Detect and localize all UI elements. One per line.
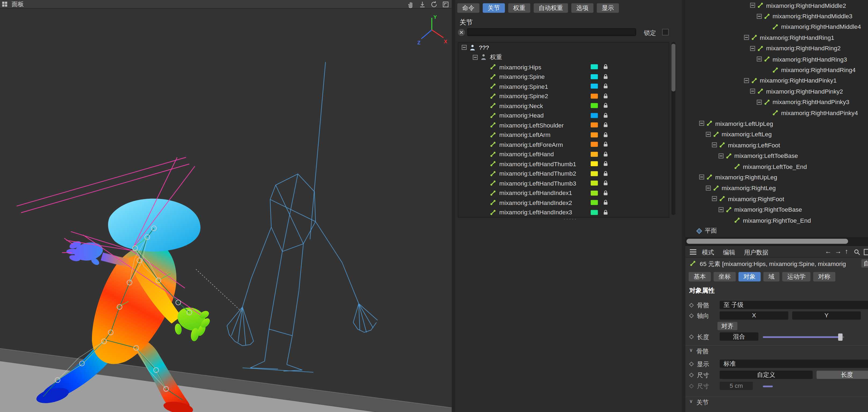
expander-icon[interactable] (705, 132, 711, 137)
joint-color-swatch[interactable] (591, 190, 598, 196)
joint-row[interactable]: mixamorig:LeftHand (459, 149, 669, 159)
hamburger-menu-icon[interactable] (690, 249, 696, 256)
object-row[interactable]: mixamorig:RightHandPinky4 (685, 107, 868, 118)
object-row[interactable]: mixamorig:RightHandRing4 (685, 64, 868, 75)
axis-y-option[interactable]: Y (792, 312, 861, 320)
search-icon[interactable] (854, 249, 861, 257)
key-diamond-icon[interactable] (689, 362, 693, 366)
display-dropdown[interactable]: 标准 (720, 359, 868, 368)
weight-tool-tab-4[interactable]: 选项 (571, 3, 593, 12)
joint-row[interactable]: mixamorig:Hips (459, 62, 669, 72)
joint-row[interactable]: mixamorig:LeftHandThumb3 (459, 178, 669, 188)
joint-color-swatch[interactable] (591, 151, 598, 156)
lock-icon[interactable] (603, 93, 609, 99)
tree-row-weight-tag[interactable]: 权重 (459, 53, 669, 62)
axis-x-option[interactable]: X (720, 312, 788, 320)
object-row[interactable]: mixamorig:RightHandRing2 (685, 43, 868, 54)
lock-icon[interactable] (603, 190, 609, 196)
key-diamond-icon[interactable] (689, 373, 693, 377)
panel-splitter-left[interactable] (452, 0, 455, 412)
lock-icon[interactable] (603, 151, 609, 157)
panel-splitter-right[interactable] (682, 0, 685, 412)
expander-icon[interactable] (718, 153, 723, 158)
joint-search-input[interactable] (467, 28, 636, 36)
dolly-zoom-icon[interactable] (418, 1, 426, 8)
expander-icon[interactable] (750, 46, 755, 51)
expander-icon[interactable] (462, 45, 467, 50)
expander-icon[interactable] (712, 196, 717, 201)
joint-color-swatch[interactable] (591, 122, 598, 127)
object-row[interactable]: 平面 (685, 226, 868, 236)
object-row[interactable]: mixamorig:LeftLeg (685, 129, 868, 140)
lock-icon[interactable] (603, 73, 609, 80)
history-forward-icon[interactable]: → (835, 248, 841, 256)
expander-icon[interactable] (705, 185, 711, 191)
joint-color-swatch[interactable] (591, 161, 598, 166)
joint-row[interactable]: mixamorig:LeftShoulder (459, 120, 669, 130)
length-value-field[interactable]: 混合 (720, 332, 758, 341)
rotate-view-icon[interactable] (430, 1, 438, 8)
joint-color-swatch[interactable] (591, 200, 598, 205)
expander-icon[interactable] (699, 121, 704, 126)
joint-row[interactable]: mixamorig:LeftHandIndex3 (459, 207, 669, 217)
weight-tool-tab-3[interactable]: 自动权重 (534, 3, 568, 12)
joint-row[interactable]: mixamorig:Spine (459, 72, 669, 82)
expander-icon[interactable] (756, 57, 762, 62)
key-diamond-icon[interactable] (689, 384, 693, 388)
object-row[interactable]: mixamorig:RightHandMiddle2 (685, 0, 868, 11)
joint-row[interactable]: mixamorig:LeftHandIndex2 (459, 198, 669, 207)
joint-row[interactable]: mixamorig:Spine1 (459, 82, 669, 91)
pan-hand-icon[interactable] (407, 1, 415, 8)
joint-row[interactable]: mixamorig:LeftArm (459, 130, 669, 140)
object-row[interactable]: mixamorig:LeftToeBase (685, 150, 868, 161)
expander-icon[interactable] (744, 35, 749, 40)
object-row[interactable]: mixamorig:RightFoot (685, 194, 868, 204)
weight-tool-tab-2[interactable]: 权重 (508, 3, 530, 12)
tree-row-root[interactable]: ??? (459, 43, 669, 53)
attribute-manager-tab-1[interactable]: 坐标 (713, 272, 736, 281)
panel-grid-icon[interactable] (2, 1, 8, 7)
lock-icon[interactable] (603, 180, 609, 186)
key-diamond-icon[interactable] (689, 313, 693, 318)
object-row[interactable]: mixamorig:LeftFoot (685, 140, 868, 150)
object-row[interactable]: mixamorig:LeftToe_End (685, 161, 868, 172)
expander-icon[interactable] (756, 14, 762, 19)
joint-color-swatch[interactable] (591, 74, 598, 79)
weight-tool-tab-5[interactable]: 显示 (597, 3, 619, 12)
align-button[interactable]: 对齐 (717, 322, 737, 330)
hscrollbar-thumb[interactable] (686, 239, 848, 244)
attribute-manager-tab-2[interactable]: 对象 (739, 272, 761, 281)
lock-icon[interactable] (603, 209, 609, 215)
joint-color-swatch[interactable] (591, 171, 598, 176)
panel-resize-handle[interactable]: ····· (563, 216, 578, 222)
attribute-manager-tab-4[interactable]: 运动学 (782, 272, 810, 281)
lock-icon[interactable] (603, 122, 609, 128)
object-manager-hscrollbar[interactable] (685, 237, 868, 245)
maximize-view-icon[interactable] (442, 1, 450, 8)
joint-color-swatch[interactable] (591, 142, 598, 147)
size-mode-dropdown[interactable]: 自定义 (720, 371, 813, 379)
length-slider-handle[interactable] (838, 333, 842, 341)
joint-color-swatch[interactable] (591, 181, 598, 186)
joint-row[interactable]: mixamorig:LeftHandThumb1 (459, 159, 669, 169)
object-row[interactable]: mixamorig:RightUpLeg (685, 172, 868, 183)
custom-corner-button[interactable]: 自定义 (861, 259, 868, 268)
joint-list-scrollbar[interactable] (672, 42, 675, 215)
panel-menu[interactable]: 面板 (11, 0, 24, 8)
object-row[interactable]: mixamorig:RightHandPinky2 (685, 86, 868, 97)
size-length-button[interactable]: 长度 (817, 371, 868, 379)
object-row[interactable]: mixamorig:LeftUpLeg (685, 118, 868, 129)
object-row[interactable]: mixamorig:RightHandPinky1 (685, 75, 868, 86)
size-value-field[interactable]: 5 cm (720, 382, 753, 390)
length-slider[interactable] (763, 336, 844, 337)
joint-row[interactable]: mixamorig:Neck (459, 101, 669, 111)
bone-dropdown[interactable]: 至 子级 (720, 301, 868, 309)
expander-icon[interactable] (750, 89, 755, 94)
lock-icon[interactable] (603, 200, 609, 206)
attribute-manager-tab-5[interactable]: 对称 (813, 272, 835, 281)
key-diamond-icon[interactable] (689, 334, 693, 339)
joint-row[interactable]: mixamorig:LeftHandThumb2 (459, 169, 669, 178)
lock-icon[interactable] (603, 160, 609, 167)
expander-icon[interactable] (473, 55, 478, 60)
size-mini-slider[interactable] (763, 385, 773, 387)
